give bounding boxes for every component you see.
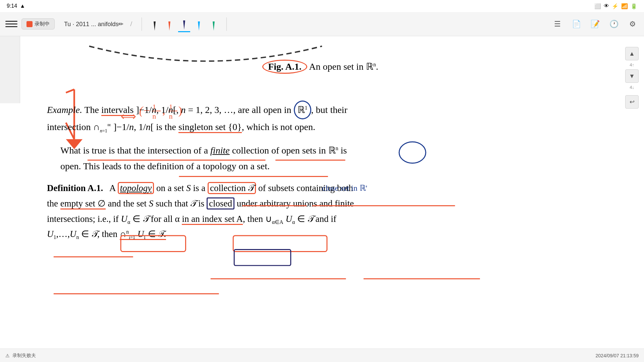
bottom-label: 录制失败夫 [12,353,36,359]
red-pen-tool[interactable] [163,16,175,32]
record-label: 录制中 [35,21,50,27]
slash-divider: / [130,20,132,28]
content-area: ⟺ (− 1 n , 1 n ) close set in ℝ' [20,36,621,349]
example-paragraph: Example. The intervals ]−1/n, 1/n[, n = … [47,101,594,135]
singleton-underline: singleton set {0} [178,122,242,133]
record-icon [26,21,33,27]
close-set-note-container [315,122,322,132]
screen-icon: ⬜ [594,3,601,9]
toolbar-right-icons: ☰ 📄 📝 🕐 ⚙ [551,18,639,30]
page-icon[interactable]: 📄 [570,18,582,30]
status-right: ⬜ 👁 ⚡ 📶 🔋 [594,3,637,9]
scroll-down-percent: 4↓ [630,85,634,90]
recording-indicator: ▲ [20,3,25,9]
finite-word: finite [210,145,230,156]
black-pen-tip [154,21,156,31]
list-icon[interactable]: ☰ [551,18,564,30]
svg-rect-24 [234,250,291,266]
closed-box: closed [207,197,234,209]
green-pen-tool[interactable] [208,16,220,32]
scroll-up-button[interactable]: ▲ [625,47,639,60]
finite-section: What is true is that the intersection of… [47,143,594,174]
toolbar-divider [142,17,142,31]
signal-icon: 📶 [621,3,628,9]
blue-pen-tool[interactable] [178,16,190,32]
eye-icon: 👁 [604,3,609,9]
intersection-underline: ∩ni=1 Ui ∈ 𝒯. [120,229,166,240]
red-pen-tip [168,21,170,31]
scroll-down-button[interactable]: ▼ [625,69,639,83]
history-icon[interactable]: 🕐 [608,18,620,30]
status-bar: 9:14 ▲ ⬜ 👁 ⚡ 📶 🔋 [0,0,644,12]
finite-paragraph: What is true is that the intersection of… [60,143,594,174]
index-set-underline: in an index set A [182,214,243,225]
black-pen-tool[interactable] [149,16,161,32]
svg-line-1 [66,89,74,93]
warning-icon: ⚠ [5,353,10,358]
fig-label-container: Fig. A.1. An open set in ℝn. [47,60,594,74]
definition-paragraph-1: Definition A.1. A topology on a set S is… [47,181,594,242]
cyan-pen-tool[interactable] [193,16,205,32]
scroll-up-percent: 4↑ [630,62,634,67]
record-button[interactable]: 录制中 [21,18,55,29]
fig-caption: Fig. A.1. An open set in ℝn. [262,61,378,72]
collection-box: collection 𝒯 [208,182,256,194]
bottom-datetime: 2024/09/07 21:13:59 [596,353,639,358]
def-title: Definition A.1. [47,183,103,193]
menu-button[interactable] [5,18,17,30]
scroll-controls: ▲ 4↑ ▼ 4↓ ↩ [625,47,639,109]
time-display: 9:14 [7,3,17,9]
blue-pen-tip [183,20,185,30]
example-label: Example. [47,105,82,115]
empty-set-underline: empty set ∅ [60,198,106,209]
topology-word: topology [120,183,152,193]
fig-text: An open set in ℝn. [309,61,378,72]
green-pen-tip [213,21,215,31]
bluetooth-icon: ⚡ [612,3,619,9]
topology-box: topology [118,182,154,194]
pen-tools [149,16,220,32]
bottom-bar: ⚠ 录制失败夫 2024/09/07 21:13:59 [0,349,644,362]
left-panel[interactable] [0,36,20,103]
real-circle: ℝ1 [294,101,311,119]
intervals-underline: intervals [101,105,133,116]
doc-title[interactable]: Tu · 2011 ... anifolds✏ [64,20,123,28]
settings-icon[interactable]: ⚙ [627,18,639,30]
definition-section: Definition A.1. A topology on a set S is… [47,181,594,242]
fig-label: Fig. A.1. [268,61,302,72]
toolbar-divider-2 [226,17,227,31]
battery-icon: 🔋 [631,3,637,9]
fig-label-box: Fig. A.1. [262,60,307,74]
annotate-icon[interactable]: 📝 [589,18,601,30]
scroll-back-button[interactable]: ↩ [625,95,639,109]
cyan-pen-tip [198,21,200,31]
toolbar: 录制中 Tu · 2011 ... anifolds✏ / ☰ 📄 📝 🕐 ⚙ [0,12,644,36]
status-left: 9:14 ▲ [7,3,25,9]
bottom-left: ⚠ 录制失败夫 [5,353,36,359]
example-section: Example. The intervals ]−1/n, 1/n[, n = … [47,101,594,135]
